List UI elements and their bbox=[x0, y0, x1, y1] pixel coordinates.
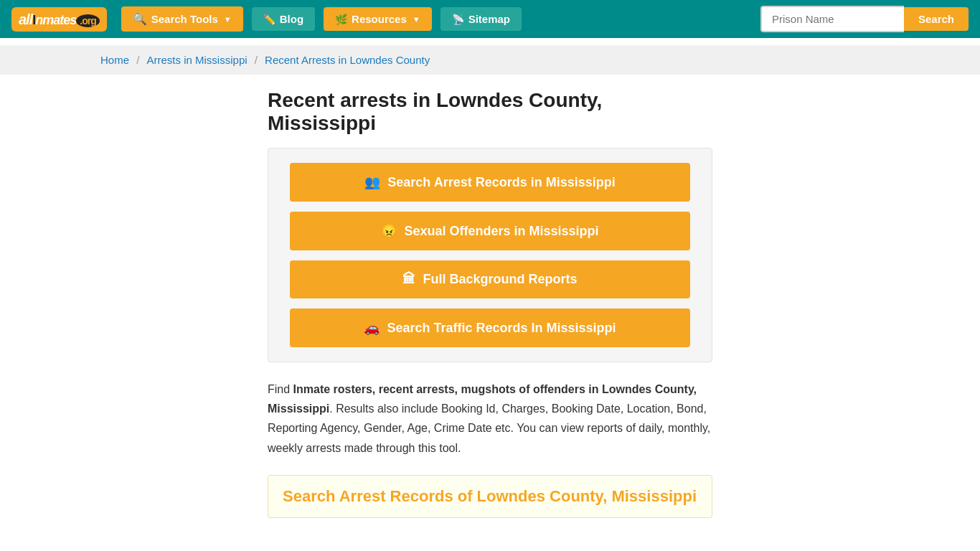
breadcrumb-sep-2: / bbox=[255, 54, 260, 66]
search-tools-button[interactable]: Search Tools ▼ bbox=[121, 6, 243, 32]
resources-label: Resources bbox=[352, 13, 407, 25]
building-icon: 🏛 bbox=[402, 272, 415, 287]
main-content: Recent arrests in Lowndes County, Missis… bbox=[167, 75, 813, 532]
breadcrumb-arrests[interactable]: Arrests in Mississippi bbox=[147, 54, 248, 66]
search-tools-label: Search Tools bbox=[151, 13, 218, 25]
chevron-down-icon: ▼ bbox=[224, 15, 232, 24]
breadcrumb-home[interactable]: Home bbox=[100, 54, 129, 66]
arrest-records-button[interactable]: 👥 Search Arrest Records in Mississippi bbox=[290, 163, 690, 202]
search-records-section: Search Arrest Records of Lowndes County,… bbox=[268, 475, 712, 518]
car-icon: 🚗 bbox=[364, 320, 380, 336]
description-prefix: Find bbox=[268, 383, 293, 395]
header-search-label: Search bbox=[918, 13, 954, 25]
description: Find Inmate rosters, recent arrests, mug… bbox=[268, 380, 712, 458]
offender-icon: 😠 bbox=[381, 223, 397, 239]
search-icon bbox=[133, 12, 147, 26]
search-records-title: Search Arrest Records of Lowndes County,… bbox=[283, 487, 697, 506]
header: allInmates.org Search Tools ▼ Blog Resou… bbox=[0, 0, 980, 38]
blog-button[interactable]: Blog bbox=[252, 7, 315, 31]
resources-button[interactable]: Resources ▼ bbox=[324, 7, 432, 31]
breadcrumb: Home / Arrests in Mississippi / Recent A… bbox=[0, 45, 980, 75]
arrest-records-label: Search Arrest Records in Mississippi bbox=[387, 175, 615, 190]
resources-icon bbox=[335, 13, 347, 25]
breadcrumb-sep-1: / bbox=[136, 54, 142, 66]
breadcrumb-current[interactable]: Recent Arrests in Lowndes County bbox=[265, 54, 430, 66]
header-search-area: Search bbox=[760, 6, 969, 32]
blog-label: Blog bbox=[280, 13, 303, 25]
logo[interactable]: allInmates.org bbox=[11, 7, 107, 32]
action-buttons-box: 👥 Search Arrest Records in Mississippi 😠… bbox=[268, 148, 712, 362]
background-reports-label: Full Background Reports bbox=[423, 272, 577, 287]
prison-name-input[interactable] bbox=[760, 6, 904, 32]
sitemap-button[interactable]: Sitemap bbox=[440, 7, 522, 31]
traffic-records-label: Search Traffic Records In Mississippi bbox=[387, 321, 616, 336]
description-rest: . Results also include Booking Id, Charg… bbox=[268, 402, 710, 453]
header-search-button[interactable]: Search bbox=[904, 7, 969, 31]
blog-icon bbox=[263, 13, 275, 25]
users-icon: 👥 bbox=[364, 174, 380, 190]
page-title: Recent arrests in Lowndes County, Missis… bbox=[268, 89, 712, 135]
sexual-offenders-label: Sexual Offenders in Mississippi bbox=[404, 224, 598, 239]
sitemap-label: Sitemap bbox=[468, 13, 510, 25]
background-reports-button[interactable]: 🏛 Full Background Reports bbox=[290, 260, 690, 298]
sexual-offenders-button[interactable]: 😠 Sexual Offenders in Mississippi bbox=[290, 212, 690, 250]
traffic-records-button[interactable]: 🚗 Search Traffic Records In Mississippi bbox=[290, 309, 690, 347]
chevron-down-icon-resources: ▼ bbox=[413, 15, 420, 24]
sitemap-icon bbox=[452, 13, 464, 25]
